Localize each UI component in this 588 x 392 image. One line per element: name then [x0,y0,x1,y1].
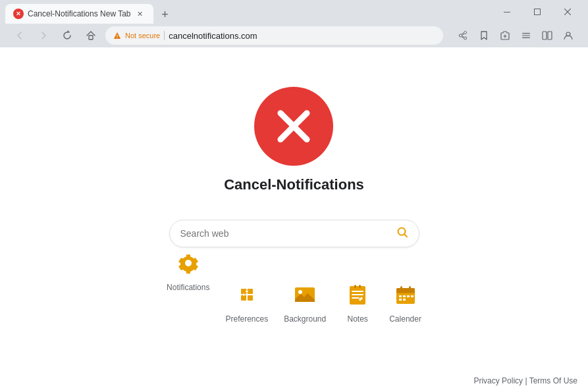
extensions-icon[interactable] [496,26,514,45]
app-icon-notifications[interactable]: Notifications [167,279,209,324]
app-icon-background[interactable]: Background [284,279,326,324]
svg-point-27 [242,293,245,296]
svg-point-19 [185,260,192,266]
app-icons-bar: Notifications [167,279,421,324]
footer: Privacy Policy | Terms Of Use [473,376,577,385]
svg-rect-10 [543,32,547,39]
svg-rect-5 [117,35,118,37]
security-warning-icon [113,32,121,39]
svg-point-26 [246,290,248,293]
svg-rect-47 [409,286,411,290]
privacy-policy-link[interactable]: Privacy Policy [473,376,523,385]
svg-rect-40 [399,295,402,297]
logo-area: Cancel-Notifications [224,87,364,193]
address-separator [164,31,165,40]
address-bar: Not secure cancelnotifications.com [0,24,588,47]
logo-x-icon [271,103,317,149]
background-icon [289,279,321,310]
terms-of-use-link[interactable]: Terms Of Use [529,376,577,385]
new-tab-button[interactable]: + [156,5,174,24]
back-button[interactable] [11,26,29,45]
profile-icon[interactable] [559,26,577,45]
refresh-button[interactable] [58,26,76,45]
window-controls [492,1,583,22]
page-content: Cancel-Notifications [0,47,588,392]
tab-close-button[interactable]: ✕ [135,9,146,19]
svg-rect-46 [400,286,402,290]
browser-tab[interactable]: ✕ Cancel-Notifications New Tab ✕ [5,4,153,24]
svg-rect-11 [548,32,552,39]
close-button[interactable] [552,1,583,22]
security-label: Not secure [125,32,160,39]
logo-circle [254,87,333,166]
bookmark-icon[interactable] [475,26,493,45]
split-view-icon[interactable] [538,26,556,45]
preferences-label: Preferences [225,314,268,324]
toolbar-icons [454,26,577,45]
svg-rect-7 [522,33,530,34]
svg-rect-36 [359,285,361,288]
minimize-button[interactable] [492,1,522,22]
search-box[interactable] [169,220,419,247]
svg-rect-35 [354,285,356,288]
tab-favicon: ✕ [13,9,24,19]
chrome-frame: ✕ Cancel-Notifications New Tab ✕ + [0,0,588,392]
search-input[interactable] [180,228,390,239]
svg-line-16 [404,234,407,237]
svg-rect-4 [89,36,93,39]
app-icon-calender[interactable]: Calender [389,279,421,324]
notifications-label: Notifications [167,283,209,292]
svg-point-6 [117,37,117,38]
notes-label: Notes [348,314,368,324]
app-icon-notes[interactable]: Notes [342,279,373,324]
notes-icon [342,279,373,310]
svg-rect-38 [396,288,415,293]
svg-rect-42 [407,295,410,297]
maximize-button[interactable] [522,1,552,22]
url-display[interactable]: cancelnotifications.com [169,31,435,41]
background-label: Background [284,314,326,324]
browser-menu-icon[interactable] [517,26,535,45]
svg-rect-1 [535,9,541,15]
notifications-gear-icon [173,247,204,279]
tab-bar: ✕ Cancel-Notifications New Tab ✕ + [5,0,492,24]
share-icon[interactable] [454,26,472,45]
logo-title: Cancel-Notifications [224,176,364,193]
svg-rect-44 [399,299,402,301]
calender-label: Calender [389,314,421,324]
tab-title: Cancel-Notifications New Tab [28,9,131,18]
search-area [169,220,419,247]
footer-separator: | [525,376,527,385]
svg-point-29 [298,290,302,294]
address-input[interactable]: Not secure cancelnotifications.com [105,26,443,45]
svg-rect-8 [522,35,530,36]
app-icon-preferences[interactable]: Preferences [225,279,268,324]
svg-rect-9 [522,37,530,38]
home-button[interactable] [82,26,100,45]
svg-rect-45 [403,299,406,301]
svg-rect-0 [504,12,510,12]
search-submit-icon[interactable] [396,226,408,241]
svg-rect-43 [411,295,414,297]
preferences-icon [231,279,263,310]
svg-rect-41 [403,295,406,297]
calender-icon [390,279,421,310]
title-bar: ✕ Cancel-Notifications New Tab ✕ + [0,0,588,24]
svg-rect-23 [248,295,253,301]
forward-button[interactable] [34,26,53,45]
